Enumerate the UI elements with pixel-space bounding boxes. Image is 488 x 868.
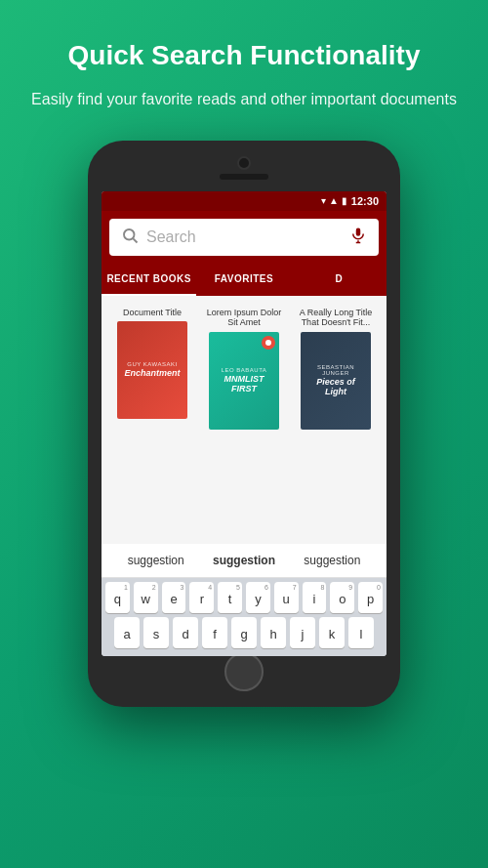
phone-top-elements xyxy=(220,156,268,180)
page-subtitle: Easily find your favorite reads and othe… xyxy=(31,88,457,111)
key-f[interactable]: f xyxy=(202,617,227,648)
key-g[interactable]: g xyxy=(231,617,257,648)
phone-mockup: ▾ ▲ ▮ 12:30 Search xyxy=(88,141,400,707)
status-icons: ▾ ▲ ▮ xyxy=(321,195,347,206)
key-u[interactable]: 7u xyxy=(274,582,299,613)
book-main-title-3: Pieces of Light xyxy=(306,378,365,397)
book-title-3: A Really Long Title That Doesn't Fit... xyxy=(297,308,375,329)
keyboard-rows: 1q 2w 3e 4r 5t 6y 7u 8i 9o 0p a s d f xyxy=(102,578,386,656)
tab-recent-books[interactable]: RECENT BOOKS xyxy=(102,264,196,296)
books-grid: Document Title Guy Kawasaki Enchantment … xyxy=(102,296,386,442)
key-p[interactable]: 0p xyxy=(358,582,383,613)
book-item-2[interactable]: Lorem Ipsum Dolor Sit Amet Leo Babauta M… xyxy=(201,308,287,431)
book-cover-2: Leo Babauta MNMLIST FIRST xyxy=(209,332,279,430)
suggestion-1[interactable]: suggestion xyxy=(120,552,192,569)
book-main-title-2: MNMLIST FIRST xyxy=(215,375,273,394)
key-d[interactable]: d xyxy=(173,617,198,648)
book-author-3: Sebastian Junger xyxy=(306,364,365,376)
key-t[interactable]: 5t xyxy=(218,582,242,613)
keyboard-row-1: 1q 2w 3e 4r 5t 6y 7u 8i 9o 0p xyxy=(105,582,383,613)
book-main-title-1: Enchantment xyxy=(124,369,180,379)
key-q[interactable]: 1q xyxy=(105,582,130,613)
speaker-icon xyxy=(220,174,268,180)
key-h[interactable]: h xyxy=(261,617,286,648)
search-placeholder[interactable]: Search xyxy=(146,228,342,246)
key-a[interactable]: a xyxy=(114,617,140,648)
key-k[interactable]: k xyxy=(319,617,345,648)
key-s[interactable]: s xyxy=(143,617,169,648)
svg-rect-2 xyxy=(356,227,361,235)
svg-line-1 xyxy=(133,238,137,242)
book-author-1: Guy Kawasaki xyxy=(127,361,177,367)
book-item-3[interactable]: A Really Long Title That Doesn't Fit... … xyxy=(293,308,379,431)
book-item-1[interactable]: Document Title Guy Kawasaki Enchantment xyxy=(109,308,195,431)
key-w[interactable]: 2w xyxy=(134,582,158,613)
suggestion-2[interactable]: suggestion xyxy=(205,552,283,569)
status-time: 12:30 xyxy=(351,195,379,207)
book-title-2: Lorem Ipsum Dolor Sit Amet xyxy=(205,308,283,329)
phone-screen: ▾ ▲ ▮ 12:30 Search xyxy=(102,191,386,656)
key-l[interactable]: l xyxy=(348,617,374,648)
tab-other[interactable]: D xyxy=(292,264,386,296)
app-header: ▾ ▲ ▮ 12:30 Search xyxy=(102,191,386,296)
keyboard-row-2: a s d f g h j k l xyxy=(105,617,383,648)
svg-point-0 xyxy=(124,229,135,240)
suggestions-row: suggestion suggestion suggestion xyxy=(102,544,386,578)
keyboard-section: suggestion suggestion suggestion 1q 2w 3… xyxy=(102,544,386,656)
page-title: Quick Search Functionality xyxy=(31,39,457,72)
suggestion-3[interactable]: suggestion xyxy=(296,552,368,569)
wifi-icon: ▾ xyxy=(321,195,326,206)
signal-icon: ▲ xyxy=(329,195,339,206)
key-i[interactable]: 8i xyxy=(303,582,327,613)
search-bar[interactable]: Search xyxy=(109,219,379,256)
home-button[interactable] xyxy=(224,652,264,691)
key-o[interactable]: 9o xyxy=(330,582,354,613)
book-title-1: Document Title xyxy=(123,308,182,318)
header-section: Quick Search Functionality Easily find y… xyxy=(2,0,486,131)
mic-icon[interactable] xyxy=(349,227,367,248)
book-cover-1: Guy Kawasaki Enchantment xyxy=(117,321,187,419)
key-r[interactable]: 4r xyxy=(189,582,214,613)
key-e[interactable]: 3e xyxy=(162,582,186,613)
key-y[interactable]: 6y xyxy=(246,582,270,613)
battery-icon: ▮ xyxy=(342,195,347,206)
tabs-bar: RECENT BOOKS FAVORITES D xyxy=(102,264,386,296)
search-icon xyxy=(121,227,139,248)
camera-icon xyxy=(237,156,251,170)
status-bar: ▾ ▲ ▮ 12:30 xyxy=(102,191,386,211)
book-author-2: Leo Babauta xyxy=(222,367,267,373)
key-j[interactable]: j xyxy=(290,617,315,648)
tab-favorites[interactable]: FAVORITES xyxy=(196,264,291,296)
book-cover-3: Sebastian Junger Pieces of Light xyxy=(301,332,371,430)
